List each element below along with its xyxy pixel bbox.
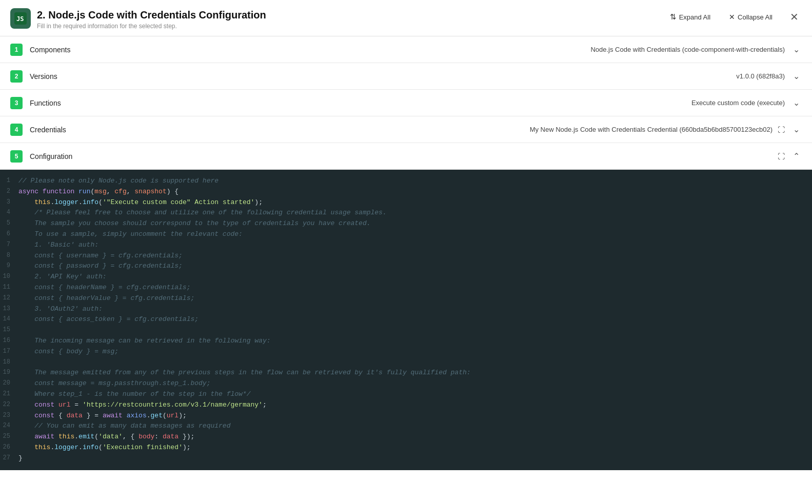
accordion-label-functions: Functions: [30, 99, 691, 107]
collapse-all-label: Collapse All: [738, 13, 773, 21]
accordion-value-components: Node.js Code with Credentials (code-comp…: [590, 46, 785, 53]
step-badge-2: 2: [10, 70, 23, 83]
expand-all-icon: ⇅: [670, 12, 677, 22]
code-line-16: 16 The incoming message can be retrieved…: [0, 336, 812, 347]
accordion-toggle-credentials[interactable]: ⌄: [791, 123, 802, 136]
code-line-20: 20 const message = msg.passthrough.step_…: [0, 378, 812, 389]
panel-subtitle: Fill in the required information for the…: [37, 23, 266, 30]
step-badge-5: 5: [10, 150, 23, 163]
accordion-toggle-functions[interactable]: ⌄: [791, 96, 802, 110]
code-line-7: 7 1. 'Basic' auth:: [0, 240, 812, 251]
code-line-24: 24 // You can emit as many data messages…: [0, 421, 812, 432]
accordion-label-components: Components: [30, 46, 590, 54]
accordion-value-versions: v1.0.0 (682f8a3): [736, 72, 785, 80]
accordion-value-functions: Execute custom code (execute): [691, 99, 785, 107]
code-line-23: 23 const { data } = await axios.get(url)…: [0, 411, 812, 421]
collapse-all-icon: ✕: [729, 13, 735, 21]
code-line-4: 4 /* Please feel free to choose and util…: [0, 208, 812, 218]
code-line-1: 1 // Please note only Node.js code is su…: [0, 176, 812, 187]
accordion-row-configuration: 5 Configuration ⛶ ⌃: [0, 143, 812, 170]
code-line-25: 25 await this.emit('data', { body: data …: [0, 432, 812, 442]
accordion-label-versions: Versions: [30, 72, 736, 80]
accordion-toggle-versions[interactable]: ⌄: [791, 69, 802, 83]
app-icon: JS: [10, 8, 31, 29]
code-line-26: 26 this.logger.info('Execution finished'…: [0, 442, 812, 453]
accordion-label-configuration: Configuration: [30, 152, 778, 160]
panel-header: JS 2. Node.js Code with Credentials Conf…: [0, 0, 812, 36]
step-badge-3: 3: [10, 97, 23, 109]
svg-text:JS: JS: [16, 15, 24, 23]
code-line-17: 17 const { body } = msg;: [0, 347, 812, 357]
code-line-9: 9 const { password } = cfg.credentials;: [0, 261, 812, 272]
accordion-list: 1 Components Node.js Code with Credentia…: [0, 36, 812, 170]
panel-header-left: JS 2. Node.js Code with Credentials Conf…: [10, 8, 266, 30]
code-line-14: 14 const { access_token } = cfg.credenti…: [0, 314, 812, 325]
accordion-value-credentials: My New Node.js Code with Credentials Cre…: [530, 126, 785, 134]
code-line-18: 18: [0, 357, 812, 368]
code-line-3: 3 this.logger.info('"Execute custom code…: [0, 197, 812, 208]
accordion-row-functions: 3 Functions Execute custom code (execute…: [0, 90, 812, 116]
code-line-21: 21 Where step_1 - is the number of the s…: [0, 389, 812, 400]
code-line-12: 12 const { headerValue } = cfg.credentia…: [0, 293, 812, 304]
panel-title-block: 2. Node.js Code with Credentials Configu…: [37, 8, 266, 30]
code-line-19: 19 The message emitted from any of the p…: [0, 368, 812, 378]
code-line-22: 22 const url = 'https://restcountries.co…: [0, 400, 812, 411]
expand-all-label: Expand All: [679, 13, 710, 21]
code-line-15: 15: [0, 325, 812, 336]
code-line-10: 10 2. 'API Key' auth:: [0, 272, 812, 283]
code-line-5: 5 The sample you choose should correspon…: [0, 218, 812, 229]
panel-title: 2. Node.js Code with Credentials Configu…: [37, 8, 266, 22]
accordion-row-components: 1 Components Node.js Code with Credentia…: [0, 36, 812, 63]
panel-container: JS 2. Node.js Code with Credentials Conf…: [0, 0, 812, 504]
code-line-13: 13 3. 'OAuth2' auth:: [0, 304, 812, 315]
code-line-27: 27 }: [0, 453, 812, 464]
code-line-2: 2 async function run(msg, cfg, snapshot)…: [0, 187, 812, 197]
step-badge-4: 4: [10, 124, 23, 136]
accordion-value-configuration: ⛶: [778, 152, 785, 160]
code-section: 1 // Please note only Node.js code is su…: [0, 170, 812, 470]
fullscreen-icon: ⛶: [778, 126, 785, 134]
collapse-all-button[interactable]: ✕ Collapse All: [725, 11, 777, 23]
code-editor[interactable]: 1 // Please note only Node.js code is su…: [0, 170, 812, 470]
accordion-toggle-configuration[interactable]: ⌃: [791, 149, 802, 163]
step-badge-1: 1: [10, 44, 23, 56]
expand-all-button[interactable]: ⇅ Expand All: [666, 10, 715, 24]
panel-header-right: ⇅ Expand All ✕ Collapse All ✕: [666, 10, 802, 24]
accordion-row-versions: 2 Versions v1.0.0 (682f8a3) ⌄: [0, 63, 812, 90]
code-line-6: 6 To use a sample, simply uncomment the …: [0, 229, 812, 240]
accordion-label-credentials: Credentials: [30, 126, 530, 134]
accordion-toggle-components[interactable]: ⌄: [791, 43, 802, 56]
fullscreen-icon-config: ⛶: [778, 152, 785, 160]
code-line-8: 8 const { username } = cfg.credentials;: [0, 251, 812, 261]
code-line-11: 11 const { headerName } = cfg.credential…: [0, 283, 812, 293]
accordion-row-credentials: 4 Credentials My New Node.js Code with C…: [0, 116, 812, 143]
close-button[interactable]: ✕: [787, 11, 802, 23]
